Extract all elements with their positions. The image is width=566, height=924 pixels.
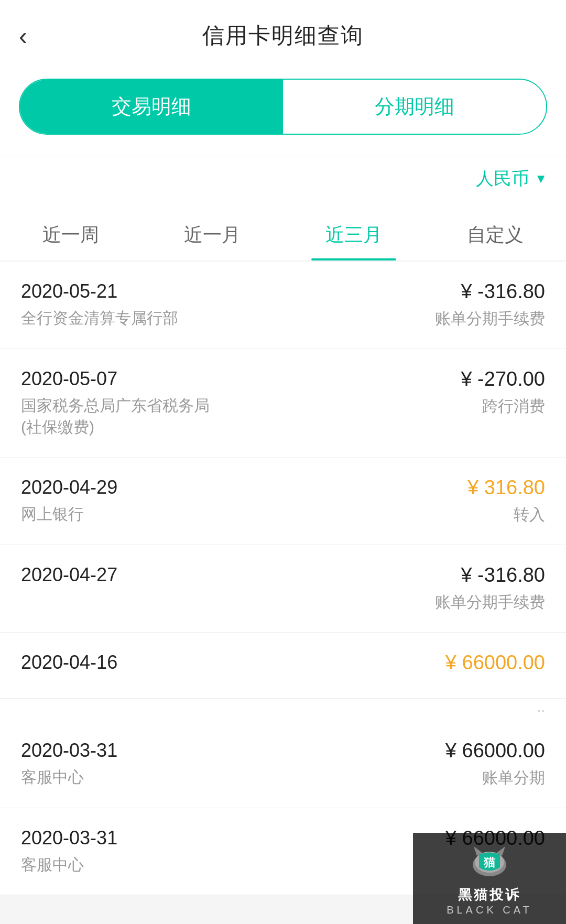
currency-dropdown-icon[interactable]: ▼ (535, 171, 547, 186)
transaction-right-1: ¥ -270.00 跨行消费 (461, 368, 545, 417)
transaction-left-0: 2020-05-21 全行资金清算专属行部 (21, 280, 435, 329)
watermark-line1: 黑猫投诉 (458, 886, 521, 904)
tab-transaction[interactable]: 交易明细 (20, 80, 283, 134)
tab-bar: 交易明细 分期明细 (0, 66, 566, 156)
transaction-desc-2: 网上银行 (21, 504, 467, 525)
currency-label: 人民币 (476, 167, 529, 191)
table-row[interactable]: 2020-04-27 ¥ -316.80 账单分期手续费 (0, 545, 566, 633)
filter-week[interactable]: 近一周 (0, 212, 142, 260)
transaction-desc-5: 客服中心 (21, 767, 445, 788)
transaction-date-4: 2020-04-16 (21, 651, 445, 673)
transaction-date-1: 2020-05-07 (21, 368, 461, 390)
watermark-cat-icon: 猫 (469, 841, 510, 884)
transaction-left-5: 2020-03-31 客服中心 (21, 740, 445, 788)
transaction-date-3: 2020-04-27 (21, 564, 435, 586)
back-button[interactable]: ‹ (19, 21, 27, 50)
transaction-type-2: 转入 (467, 504, 545, 526)
transaction-desc-6: 客服中心 (21, 854, 445, 876)
svg-text:猫: 猫 (483, 856, 496, 869)
table-row[interactable]: 2020-04-29 网上银行 ¥ 316.80 转入 (0, 458, 566, 545)
filter-custom[interactable]: 自定义 (424, 212, 566, 260)
transaction-date-5: 2020-03-31 (21, 740, 445, 762)
transaction-left-2: 2020-04-29 网上银行 (21, 476, 467, 525)
transaction-right-2: ¥ 316.80 转入 (467, 476, 545, 526)
time-filter-bar: 近一周 近一月 近三月 自定义 (0, 201, 566, 262)
header: ‹ 信用卡明细查询 (0, 0, 566, 66)
currency-bar: 人民币 ▼ (0, 156, 566, 201)
transaction-date-2: 2020-04-29 (21, 476, 467, 498)
transaction-type-1: 跨行消费 (461, 396, 545, 417)
transaction-left-3: 2020-04-27 (21, 564, 435, 591)
table-row[interactable]: 2020-05-21 全行资金清算专属行部 ¥ -316.80 账单分期手续费 (0, 262, 566, 349)
filter-three-months[interactable]: 近三月 (283, 212, 424, 260)
transaction-desc-1: 国家税务总局广东省税务局 (社保缴费) (21, 395, 461, 438)
transaction-left-4: 2020-04-16 (21, 651, 445, 679)
filter-month[interactable]: 近一月 (142, 212, 283, 260)
transaction-amount-0: ¥ -316.80 (435, 280, 545, 303)
watermark: 猫 黑猫投诉 BLACK CAT (413, 833, 566, 924)
transaction-date-6: 2020-03-31 (21, 827, 445, 849)
page-title: 信用卡明细查询 (202, 21, 364, 50)
table-row[interactable]: 2020-03-31 客服中心 ¥ 66000.00 账单分期 (0, 721, 566, 808)
transaction-amount-2: ¥ 316.80 (467, 476, 545, 499)
transaction-right-5: ¥ 66000.00 账单分期 (445, 740, 545, 789)
transaction-type-3: 账单分期手续费 (435, 592, 545, 613)
transaction-type-5: 账单分期 (445, 767, 545, 789)
table-row[interactable]: 2020-04-16 ¥ 66000.00 (0, 633, 566, 699)
transaction-left-1: 2020-05-07 国家税务总局广东省税务局 (社保缴费) (21, 368, 461, 438)
transaction-right-4: ¥ 66000.00 (445, 651, 545, 679)
transaction-desc-0: 全行资金清算专属行部 (21, 308, 435, 329)
tab-container: 交易明细 分期明细 (19, 79, 547, 135)
table-row[interactable]: 2020-05-07 国家税务总局广东省税务局 (社保缴费) ¥ -270.00… (0, 349, 566, 458)
transaction-amount-4: ¥ 66000.00 (445, 651, 545, 674)
transaction-amount-5: ¥ 66000.00 (445, 740, 545, 762)
watermark-line2: BLACK CAT (447, 904, 532, 916)
tab-installment[interactable]: 分期明细 (283, 80, 546, 134)
transaction-right-3: ¥ -316.80 账单分期手续费 (435, 564, 545, 613)
dots-indicator: .. (0, 699, 566, 721)
transaction-type-0: 账单分期手续费 (435, 308, 545, 330)
transaction-date-0: 2020-05-21 (21, 280, 435, 302)
transaction-left-6: 2020-03-31 客服中心 (21, 827, 445, 876)
transaction-right-0: ¥ -316.80 账单分期手续费 (435, 280, 545, 330)
transaction-amount-3: ¥ -316.80 (435, 564, 545, 586)
transaction-list: 2020-05-21 全行资金清算专属行部 ¥ -316.80 账单分期手续费 … (0, 262, 566, 895)
transaction-amount-1: ¥ -270.00 (461, 368, 545, 390)
